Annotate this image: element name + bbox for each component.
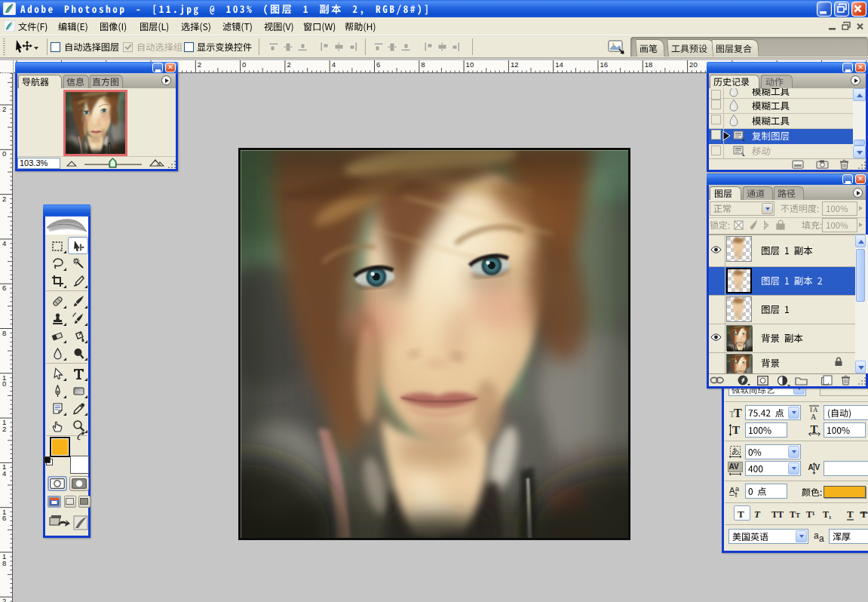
svg-text:a: a — [819, 533, 824, 543]
svg-text:4: 4 — [332, 60, 336, 69]
svg-text:4: 4 — [2, 469, 6, 478]
svg-text:AV: AV — [729, 462, 739, 471]
svg-text:0: 0 — [242, 60, 246, 69]
svg-text:A: A — [808, 463, 814, 471]
svg-text:T: T — [754, 508, 761, 520]
svg-text:4: 4 — [2, 239, 6, 247]
svg-text:2: 2 — [2, 597, 6, 602]
svg-text:TT: TT — [771, 509, 784, 520]
svg-text:A: A — [729, 486, 735, 495]
svg-text:2: 2 — [287, 60, 290, 69]
svg-text:2: 2 — [2, 105, 6, 113]
svg-text:あ: あ — [732, 447, 740, 455]
svg-text:10: 10 — [466, 60, 474, 69]
svg-text:20: 20 — [689, 60, 698, 69]
svg-text:T: T — [847, 508, 854, 520]
svg-text:2: 2 — [2, 195, 6, 203]
svg-text:0: 0 — [2, 379, 6, 388]
svg-text:a: a — [814, 530, 819, 541]
svg-text:A: A — [811, 413, 817, 420]
svg-text:16: 16 — [600, 60, 609, 69]
svg-text:T: T — [734, 407, 742, 418]
svg-text:12: 12 — [511, 60, 519, 69]
svg-text:2: 2 — [198, 60, 201, 69]
svg-text:6: 6 — [2, 284, 6, 292]
svg-text:8: 8 — [421, 60, 425, 69]
svg-text:8: 8 — [2, 329, 6, 337]
svg-text:8: 8 — [2, 559, 6, 567]
svg-text:a: a — [735, 485, 739, 493]
svg-text:14: 14 — [555, 60, 563, 69]
svg-text:T: T — [738, 508, 744, 520]
svg-text:18: 18 — [645, 60, 653, 69]
svg-text:TT: TT — [790, 509, 800, 520]
svg-text:6: 6 — [376, 60, 380, 69]
svg-text:T: T — [860, 508, 867, 520]
svg-text:T₁: T₁ — [823, 509, 832, 520]
svg-text:T¹: T¹ — [806, 509, 815, 520]
svg-text:2: 2 — [2, 425, 6, 433]
svg-text:6: 6 — [2, 514, 6, 522]
svg-text:V: V — [815, 463, 820, 471]
svg-text:T: T — [732, 424, 740, 436]
svg-text:0: 0 — [2, 149, 6, 158]
